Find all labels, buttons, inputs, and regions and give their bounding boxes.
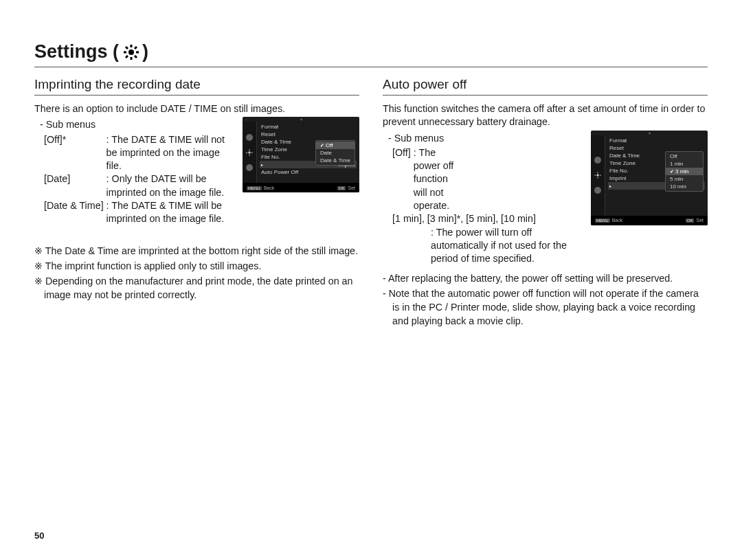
camera-footer-back: MENUBack [595,218,622,223]
right-bullets: - After replacing the battery, the power… [383,271,708,328]
camera-footer: MENUBack OKSet [591,216,708,225]
page-header: Settings ( ) [34,41,708,67]
svg-line-8 [135,47,137,49]
camera-menu-item: Reset [260,131,357,138]
camera-footer-back: MENUBack [247,186,274,190]
camera-popup-option: 10 min [666,183,703,190]
camera-popup-option-selected: Off [316,142,355,149]
def-desc: : Only the DATE will be imprinted on the… [106,172,236,199]
camera-popup-option: Date [316,149,355,157]
def-desc-long: : The power will turn off automatically … [383,226,708,266]
camera-popup-option-selected: 3 min [666,168,703,175]
camera-popup-autopoweroff: Off 1 min 3 min 5 min 10 min [665,151,704,192]
camera-menu-item: Format [608,137,705,144]
svg-line-5 [126,47,128,49]
camera-popup-imprint: Off Date Date & Time [315,140,355,166]
camera-icon-column [591,135,605,216]
gear-icon [246,149,253,156]
left-definitions: [Off]* : The DATE & TIME will not be imp… [34,133,236,226]
chevron-up-icon: ▴ [591,131,708,135]
camera-menu-item: Format [260,123,357,131]
def-term: [Date & Time] [44,199,104,226]
camera-popup-option: 5 min [666,175,703,183]
left-notes: ※ The Date & Time are imprinted at the b… [34,244,359,302]
camera-footer: MENUBack OKSet [243,183,359,192]
page-title-text-open: Settings ( [34,41,119,63]
camera-footer-set: OKSet [337,186,355,190]
def-term: [Date] [44,172,104,199]
right-column: Auto power off This function switches th… [383,77,708,329]
svg-point-9 [248,151,250,153]
mode-dot-icon [594,157,601,164]
section-title-autopoweroff: Auto power off [383,77,708,96]
left-intro: There is an option to include DATE / TIM… [34,102,359,115]
camera-popup-option: 1 min [666,160,703,168]
section-title-imprint: Imprinting the recording date [34,77,359,96]
def-term: [Off] [392,146,411,212]
note-item: ※ The Date & Time are imprinted at the b… [34,244,359,258]
bullet-item: - After replacing the battery, the power… [383,271,708,285]
def-desc: : The power off function will not operat… [414,146,460,212]
svg-point-0 [128,49,134,55]
camera-screenshot-imprint: ▴ Format Reset Date & Time2009/ [243,117,359,192]
camera-icon-column [243,122,257,183]
def-term: [Off]* [44,133,104,173]
svg-line-7 [126,56,128,58]
mode-dot-icon [594,187,601,194]
right-definitions: [Off] : The power off function will not … [383,146,584,212]
svg-point-14 [596,174,598,176]
note-item: ※ Depending on the manufacturer and prin… [34,274,359,302]
mode-dot-icon [246,134,253,141]
camera-menu-item: Reset [608,144,705,152]
def-desc: : The DATE & TIME will not be imprinted … [106,133,236,173]
chevron-up-icon: ▴ [243,117,359,122]
camera-menu-item: Auto Power Off [260,168,357,176]
page-number: 50 [34,530,44,541]
def-desc: : The DATE & TIME will be imprinted on t… [106,199,236,226]
page-title-text-close: ) [142,41,148,63]
camera-footer-set: OKSet [686,218,704,223]
camera-popup-option: Off [666,153,703,160]
left-column: Imprinting the recording date There is a… [34,77,359,329]
gear-icon [594,172,601,179]
camera-screenshot-autopoweroff: ▴ Format Reset Date & Time [591,131,708,225]
mode-dot-icon [246,164,253,171]
right-intro: This function switches the camera off af… [383,102,708,129]
bullet-item: - Note that the automatic power off func… [383,287,708,328]
gear-icon [123,44,139,60]
note-item: ※ The imprint function is applied only t… [34,259,359,273]
svg-line-6 [135,56,137,58]
camera-popup-option: Date & Time [316,157,355,164]
